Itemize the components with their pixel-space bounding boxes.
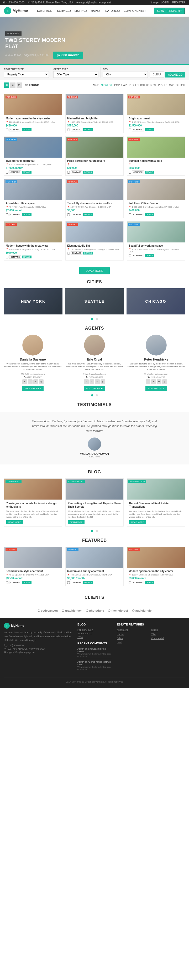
clear-search-button[interactable]: CLEAR xyxy=(150,72,164,78)
sort-popular[interactable]: POPULAR xyxy=(114,84,127,87)
register-link[interactable]: REGISTER xyxy=(172,1,186,4)
dot2[interactable] xyxy=(96,318,98,320)
details-button[interactable]: DETAILS xyxy=(83,128,93,131)
details-button[interactable]: DETAILS xyxy=(83,171,93,173)
details-button[interactable]: DETAILS xyxy=(83,251,93,255)
read-more-button[interactable]: READ MORE xyxy=(6,520,23,524)
offer-type-select[interactable]: Offer Type xyxy=(53,71,98,78)
load-more-button[interactable]: LOAD MORE xyxy=(79,267,110,274)
dot1[interactable] xyxy=(91,318,93,320)
compare-button[interactable]: COMPARE xyxy=(9,255,21,259)
advanced-search-button[interactable]: ADVANCED xyxy=(165,72,185,78)
details-button[interactable]: DETAILS xyxy=(83,581,93,584)
estate-studio[interactable]: Studio xyxy=(151,628,185,631)
nav-homepage[interactable]: HOMEPAGE+ xyxy=(36,9,54,12)
full-profile-button[interactable]: FULL PROFILE xyxy=(22,386,44,391)
sort-price-low[interactable]: PRICE: LOW TO HIGH xyxy=(158,84,185,87)
grid-view-icon[interactable]: ▦ xyxy=(4,83,9,88)
estate-house[interactable]: House xyxy=(117,633,151,635)
compare-checkbox[interactable] xyxy=(6,171,8,173)
sort-price-high[interactable]: PRICE: HIGH TO LOW xyxy=(129,84,156,87)
compare-button[interactable]: COMPARE xyxy=(9,213,21,216)
compare-checkbox[interactable] xyxy=(67,171,70,173)
property-type-select[interactable]: Property Type xyxy=(4,71,49,78)
twitter-icon[interactable]: t xyxy=(151,1,152,4)
twitter-icon[interactable]: t xyxy=(90,379,94,384)
instagram-icon[interactable]: in xyxy=(95,379,100,384)
details-button[interactable]: DETAILS xyxy=(22,213,32,216)
compare-checkbox[interactable] xyxy=(67,129,70,131)
nav-service[interactable]: SERVICE+ xyxy=(57,9,71,12)
facebook-icon[interactable]: f xyxy=(84,379,89,384)
full-profile-button[interactable]: FULL PROFILE xyxy=(84,386,106,391)
submit-property-button[interactable]: SUBMIT PROPERTY xyxy=(154,8,185,14)
facebook-icon[interactable]: f xyxy=(22,379,27,384)
blog-dot1[interactable] xyxy=(91,530,93,532)
instagram-icon[interactable]: in xyxy=(33,379,38,384)
compare-checkbox[interactable] xyxy=(67,213,70,216)
details-button[interactable]: DETAILS xyxy=(145,581,154,584)
city-select[interactable]: City xyxy=(103,71,148,78)
compare-button[interactable]: COMPARE xyxy=(70,581,82,584)
compare-checkbox[interactable] xyxy=(6,129,8,131)
compare-button[interactable]: COMPARE xyxy=(9,128,21,131)
compare-button[interactable]: COMPARE xyxy=(132,254,144,257)
nav-features[interactable]: FEATURES+ xyxy=(104,9,120,12)
list-view-icon[interactable]: ≡ xyxy=(10,83,16,88)
compare-button[interactable]: COMPARE xyxy=(9,581,21,584)
blog-dot2[interactable] xyxy=(96,530,98,532)
twitter-icon[interactable]: t xyxy=(28,379,32,384)
compare-button[interactable]: COMPARE xyxy=(70,213,82,216)
facebook-icon[interactable]: f xyxy=(150,1,151,4)
compare-checkbox[interactable] xyxy=(129,171,131,173)
estate-commercial[interactable]: Commercial xyxy=(151,637,185,640)
sort-newest[interactable]: NEWEST xyxy=(101,84,112,87)
nav-maps[interactable]: MAPS+ xyxy=(91,9,101,12)
city-card-chicago[interactable]: CHICAGO xyxy=(127,288,185,315)
compare-button[interactable]: COMPARE xyxy=(132,581,144,584)
read-more-button[interactable]: READ MORE xyxy=(68,520,85,524)
instagram-icon[interactable]: in xyxy=(157,379,162,384)
estate-apartment[interactable]: Apartment xyxy=(117,628,151,631)
compare-checkbox[interactable] xyxy=(67,581,70,584)
compare-button[interactable]: COMPARE xyxy=(70,170,82,174)
compare-button[interactable]: COMPARE xyxy=(9,170,21,174)
compare-button[interactable]: COMPARE xyxy=(70,251,82,255)
compare-checkbox[interactable] xyxy=(6,581,8,584)
compare-checkbox[interactable] xyxy=(6,213,8,216)
compare-checkbox[interactable] xyxy=(129,254,131,257)
compare-checkbox[interactable] xyxy=(129,213,131,216)
details-button[interactable]: DETAILS xyxy=(145,171,154,173)
twitter-icon[interactable]: t xyxy=(151,379,156,384)
city-card-newyork[interactable]: NEW YORK xyxy=(4,288,62,315)
map-view-icon[interactable]: ⊞ xyxy=(16,83,22,88)
compare-checkbox[interactable] xyxy=(129,129,131,131)
compare-button[interactable]: COMPARE xyxy=(70,128,82,131)
footer-blog-link2[interactable]: January 2017 xyxy=(77,632,112,635)
googleplus-icon[interactable]: g xyxy=(39,379,43,384)
nav-listing[interactable]: LISTING+ xyxy=(75,9,87,12)
details-button[interactable]: DETAILS xyxy=(22,171,32,173)
estate-land[interactable]: Land xyxy=(117,641,151,644)
details-button[interactable]: DETAILS xyxy=(145,254,154,257)
facebook-icon[interactable]: f xyxy=(146,379,151,384)
details-button[interactable]: DETAILS xyxy=(145,213,154,216)
details-button[interactable]: DETAILS xyxy=(22,581,32,584)
full-profile-button[interactable]: FULL PROFILE xyxy=(146,386,167,391)
compare-button[interactable]: COMPARE xyxy=(132,170,144,174)
googleplus-icon[interactable]: g+ xyxy=(155,1,158,4)
footer-blog-link3[interactable]: 2016 xyxy=(77,636,112,639)
read-more-button[interactable]: READ MORE xyxy=(129,520,146,524)
estate-villa[interactable]: Villa xyxy=(151,633,185,635)
details-button[interactable]: DETAILS xyxy=(22,256,32,258)
compare-checkbox[interactable] xyxy=(129,581,131,584)
compare-checkbox[interactable] xyxy=(6,256,8,258)
details-button[interactable]: DETAILS xyxy=(22,128,32,131)
estate-office[interactable]: Office xyxy=(117,637,151,640)
footer-blog-link1[interactable]: February 2017 xyxy=(77,628,112,631)
details-button[interactable]: DETAILS xyxy=(145,128,154,131)
agent-dot2[interactable] xyxy=(96,394,98,396)
linkedin-icon[interactable]: in xyxy=(153,1,155,4)
compare-checkbox[interactable] xyxy=(67,252,70,255)
compare-button[interactable]: COMPARE xyxy=(132,128,144,131)
